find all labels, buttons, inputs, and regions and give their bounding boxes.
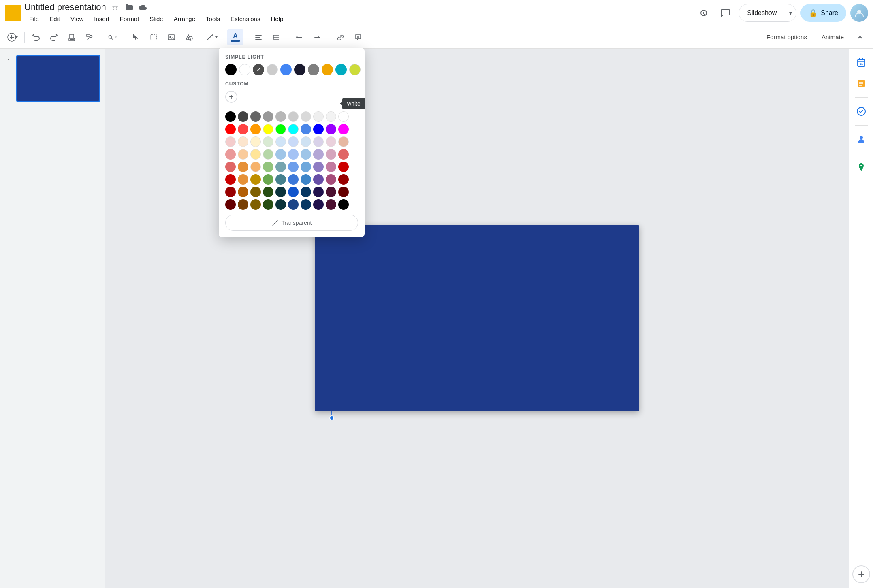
simple-swatch-darkgray[interactable] <box>253 64 264 75</box>
collapse-toolbar-button[interactable] <box>852 29 868 45</box>
cg-p11[interactable] <box>326 187 336 197</box>
cg-t4[interactable] <box>275 199 286 210</box>
line-handle-bottom[interactable] <box>329 415 334 420</box>
cg-o3[interactable] <box>238 149 248 160</box>
cursor-button[interactable] <box>128 29 144 45</box>
cg-y3[interactable] <box>250 149 261 160</box>
image-button[interactable] <box>163 29 179 45</box>
slideshow-label[interactable]: Slideshow <box>739 4 785 21</box>
cg-b8[interactable] <box>301 162 311 172</box>
cg-black[interactable] <box>225 111 236 122</box>
cg-g7[interactable] <box>263 199 273 210</box>
add-button[interactable] <box>5 29 21 45</box>
cg-o4[interactable] <box>238 162 248 172</box>
document-title[interactable]: Untitled presentation <box>24 2 106 13</box>
cg-r4[interactable] <box>338 136 349 147</box>
simple-swatch-lightgray[interactable] <box>267 64 278 75</box>
cg-b5[interactable] <box>288 149 299 160</box>
cg-p2[interactable] <box>313 136 324 147</box>
link-button[interactable] <box>332 29 348 45</box>
slide-1-thumb[interactable]: 1 <box>3 53 102 104</box>
list-button[interactable] <box>268 29 284 45</box>
cg-y2[interactable] <box>250 136 261 147</box>
cg-y1[interactable] <box>263 124 273 134</box>
cg-b9[interactable] <box>288 174 299 185</box>
cg-b11[interactable] <box>288 187 299 197</box>
star-icon[interactable]: ☆ <box>109 2 121 13</box>
cg-b1[interactable] <box>301 124 311 134</box>
print-button[interactable] <box>64 29 80 45</box>
add-sidebar-icon[interactable] <box>852 565 870 583</box>
cg-t1[interactable] <box>275 162 286 172</box>
user-avatar[interactable] <box>850 4 868 22</box>
share-button[interactable]: 🔒 Share <box>800 4 846 22</box>
menu-help[interactable]: Help <box>266 14 288 24</box>
cg-r5[interactable] <box>225 149 236 160</box>
cloud-icon[interactable] <box>137 2 148 13</box>
cg-g5[interactable] <box>263 174 273 185</box>
simple-swatch-orange[interactable] <box>322 64 333 75</box>
redo-button[interactable] <box>46 29 62 45</box>
line-tool-button[interactable] <box>204 29 220 45</box>
cg-r6[interactable] <box>338 149 349 160</box>
paintformat-button[interactable] <box>81 29 98 45</box>
cg-g2[interactable] <box>263 136 273 147</box>
cg-gray1[interactable] <box>263 111 273 122</box>
cg-r11[interactable] <box>225 187 236 197</box>
cg-b3[interactable] <box>288 136 299 147</box>
cg-dark2[interactable] <box>250 111 261 122</box>
cg-p9[interactable] <box>326 174 336 185</box>
cg-g1[interactable] <box>275 124 286 134</box>
cg-b6[interactable] <box>301 149 311 160</box>
cg-g6[interactable] <box>263 187 273 197</box>
cg-b2[interactable] <box>313 124 324 134</box>
text-color-button[interactable]: A <box>227 29 243 45</box>
cg-lgray3[interactable] <box>326 111 336 122</box>
cg-g3[interactable] <box>263 149 273 160</box>
cg-gray3[interactable] <box>288 111 299 122</box>
simple-swatch-white[interactable] <box>239 64 250 75</box>
cg-r13[interactable] <box>225 199 236 210</box>
cg-r8[interactable] <box>338 162 349 172</box>
menu-view[interactable]: View <box>66 14 88 24</box>
simple-swatch-teal[interactable] <box>335 64 347 75</box>
simple-swatch-gray[interactable] <box>308 64 319 75</box>
tasks-sidebar-icon[interactable] <box>852 102 870 120</box>
cg-p1[interactable] <box>326 124 336 134</box>
cg-m1[interactable] <box>338 124 349 134</box>
cg-o5[interactable] <box>238 174 248 185</box>
slideshow-arrow-icon[interactable]: ▾ <box>785 4 796 21</box>
maps-sidebar-icon[interactable] <box>852 158 870 176</box>
simple-swatch-lime[interactable] <box>349 64 361 75</box>
simple-swatch-blue[interactable] <box>280 64 292 75</box>
menu-format[interactable]: Format <box>115 14 144 24</box>
transparent-button[interactable]: Transparent <box>225 215 358 231</box>
contacts-sidebar-icon[interactable] <box>852 130 870 148</box>
cg-b13[interactable] <box>288 199 299 210</box>
cg-o2[interactable] <box>238 136 248 147</box>
menu-tools[interactable]: Tools <box>201 14 225 24</box>
comments-icon[interactable] <box>717 4 734 22</box>
cg-g4[interactable] <box>263 162 273 172</box>
cg-p6[interactable] <box>313 162 324 172</box>
cg-b7[interactable] <box>288 162 299 172</box>
cg-r1[interactable] <box>225 124 236 134</box>
cg-t3[interactable] <box>275 187 286 197</box>
cg-r10[interactable] <box>338 174 349 185</box>
cg-b10[interactable] <box>301 174 311 185</box>
menu-file[interactable]: File <box>24 14 44 24</box>
note-sidebar-icon[interactable] <box>852 75 870 92</box>
cg-p4[interactable] <box>313 149 324 160</box>
cg-p7[interactable] <box>326 162 336 172</box>
cg-y6[interactable] <box>250 187 261 197</box>
animate-button[interactable]: Animate <box>815 29 850 45</box>
cg-c3[interactable] <box>275 149 286 160</box>
slide-canvas[interactable] <box>315 225 639 411</box>
line-start-button[interactable] <box>291 29 307 45</box>
slide-1-thumbnail[interactable] <box>16 55 100 102</box>
cg-b4[interactable] <box>301 136 311 147</box>
cg-o1[interactable] <box>250 124 261 134</box>
cg-t2[interactable] <box>275 174 286 185</box>
cg-b14[interactable] <box>301 199 311 210</box>
cg-gray2[interactable] <box>275 111 286 122</box>
